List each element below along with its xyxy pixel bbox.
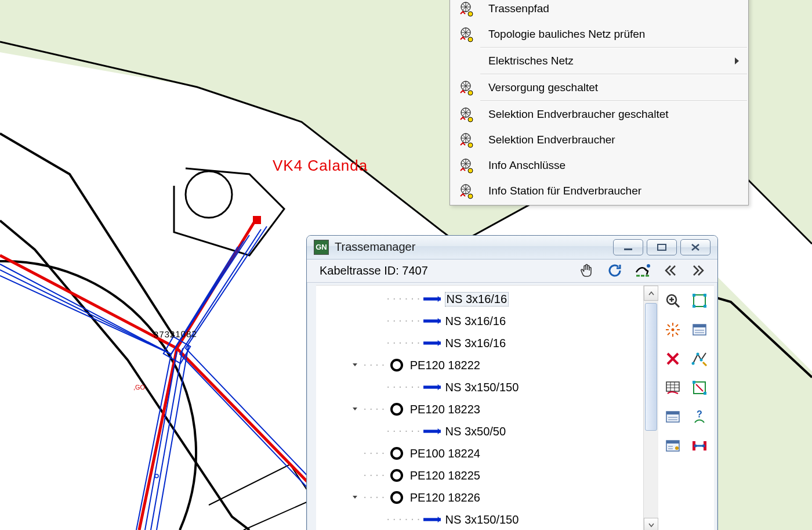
menu-item-elektrisches-netz[interactable]: Elektrisches Netz <box>451 48 747 74</box>
menu-item-info-anschluesse[interactable]: Info Anschlüsse <box>451 153 747 178</box>
scroll-up-button[interactable] <box>644 286 658 301</box>
tree-item[interactable]: ····PE100 18224 <box>328 442 641 464</box>
caret-down-icon <box>648 522 654 528</box>
table-button[interactable] <box>661 376 684 399</box>
tree-item[interactable]: ····PE120 18225 <box>328 464 641 486</box>
menu-item-info-station[interactable]: Info Station für Endverbraucher <box>451 178 747 204</box>
expander-icon[interactable] <box>351 493 359 502</box>
pipe-icon <box>388 470 405 481</box>
tree-item-label: NS 3x150/150 <box>445 513 519 527</box>
svg-rect-22 <box>658 244 666 250</box>
tree-item[interactable]: ······NS 3x16/16 <box>328 310 641 332</box>
svg-rect-52 <box>666 412 679 414</box>
cable-icon <box>423 426 441 437</box>
tree-view[interactable]: ······NS 3x16/16······NS 3x16/16······NS… <box>316 286 643 530</box>
maximize-button[interactable] <box>647 239 677 255</box>
expander-icon[interactable] <box>351 471 359 479</box>
delete-icon <box>665 351 680 366</box>
tree-item[interactable]: ····PE120 18223 <box>328 398 641 420</box>
svg-point-23 <box>647 264 650 268</box>
scroll-thumb[interactable] <box>645 303 657 431</box>
network-trace-icon <box>457 79 474 96</box>
scroll-down-button[interactable] <box>644 518 658 530</box>
tree-item[interactable]: ······NS 3x16/16 <box>328 288 641 310</box>
svg-point-31 <box>392 448 402 459</box>
next-button[interactable] <box>690 262 707 279</box>
minimize-button[interactable] <box>613 239 643 255</box>
menu-item-selektion-endverbraucher[interactable]: Selektion Endverbraucher <box>451 127 747 153</box>
svg-point-12 <box>468 91 473 95</box>
highlight-button[interactable] <box>661 318 684 341</box>
edit-shape-button[interactable] <box>688 289 711 312</box>
prev-button[interactable] <box>662 262 679 279</box>
tree-item[interactable]: ····PE120 18222 <box>328 354 641 376</box>
svg-rect-21 <box>624 248 632 250</box>
titlebar[interactable]: GN Trassemanager <box>307 236 717 259</box>
pipe-icon <box>388 359 405 371</box>
export-icon <box>634 263 651 278</box>
scrollbar[interactable] <box>643 286 658 530</box>
grid2-icon <box>665 409 681 425</box>
svg-point-29 <box>392 404 402 414</box>
tree-item-label: PE100 18224 <box>410 447 480 460</box>
menu-item-trassenpfad[interactable]: Trassenpfad <box>451 0 747 21</box>
minimize-icon <box>623 243 633 251</box>
svg-rect-55 <box>666 441 679 444</box>
caret-up-icon <box>648 290 654 296</box>
close-icon <box>690 243 701 251</box>
svg-rect-37 <box>693 294 695 297</box>
expander-icon[interactable] <box>351 405 359 413</box>
svg-point-46 <box>700 359 703 362</box>
tree-item[interactable]: ······NS 3x150/150 <box>328 509 641 530</box>
expander-icon[interactable] <box>351 361 359 369</box>
svg-point-3 <box>186 171 232 218</box>
properties-icon <box>691 322 708 338</box>
cable-icon <box>423 315 441 327</box>
svg-point-27 <box>392 360 402 370</box>
export-button[interactable] <box>634 262 651 279</box>
span-button[interactable] <box>688 434 711 457</box>
tree-item-label: PE120 18222 <box>410 359 480 372</box>
edit-line-button[interactable] <box>688 347 711 370</box>
filter-shape-icon <box>691 380 708 396</box>
filter-shape-button[interactable] <box>688 376 711 399</box>
help-button[interactable]: ? <box>688 405 711 428</box>
table2-button[interactable] <box>661 405 684 428</box>
network-trace-icon <box>457 157 474 174</box>
window-title: Trassemanager <box>335 240 610 254</box>
hand-pan-button[interactable] <box>578 262 596 279</box>
tree-item[interactable]: ······NS 3x50/50 <box>328 420 641 442</box>
tree-item-label: PE120 18226 <box>410 491 480 504</box>
svg-point-41 <box>672 329 675 331</box>
svg-point-14 <box>468 117 473 122</box>
tree-item[interactable]: ····PE120 18226 <box>328 486 641 509</box>
delete-button[interactable] <box>661 347 684 370</box>
menu-item-topologie-pruefen[interactable]: Topologie bauliches Netz prüfen <box>451 21 747 47</box>
trassemanager-window: GN Trassemanager Kabeltrasse ID: 7407 ··… <box>306 235 718 530</box>
pipe-icon <box>388 492 405 503</box>
table3-button[interactable] <box>661 434 684 457</box>
question-icon: ? <box>691 409 708 425</box>
menu-item-versorgung-geschaltet[interactable]: Versorgung geschaltet <box>451 75 747 100</box>
zoom-in-button[interactable] <box>661 289 684 312</box>
tree-item[interactable]: ······NS 3x150/150 <box>328 376 641 398</box>
expander-icon[interactable] <box>351 449 359 457</box>
tree-item[interactable]: ······NS 3x16/16 <box>328 332 641 354</box>
tree-item-label: NS 3x16/16 <box>445 337 506 350</box>
network-trace-icon <box>457 182 474 200</box>
svg-point-33 <box>392 492 402 503</box>
network-trace-icon <box>457 26 474 43</box>
submenu-arrow-icon <box>735 57 739 64</box>
properties-button[interactable] <box>688 318 711 341</box>
menu-item-selektion-endverbraucher-geschaltet[interactable]: Selektion Endverbraucher geschaltet <box>451 102 747 127</box>
highlight-icon <box>665 322 681 338</box>
refresh-button[interactable] <box>606 262 624 279</box>
svg-point-32 <box>392 470 402 481</box>
cable-icon <box>423 293 441 305</box>
svg-rect-50 <box>704 392 706 395</box>
svg-rect-40 <box>704 305 706 308</box>
tree-item-label: NS 3x16/16 <box>445 293 509 306</box>
tree-item-label: NS 3x16/16 <box>445 315 506 328</box>
close-button[interactable] <box>680 239 710 255</box>
svg-point-16 <box>468 143 473 147</box>
